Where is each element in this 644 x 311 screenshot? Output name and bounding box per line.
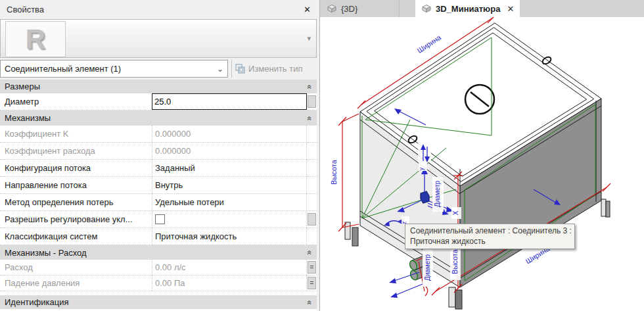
edit-type-icon xyxy=(235,64,245,74)
chevron-down-icon: ▾ xyxy=(307,34,311,43)
section-header-mechanical[interactable]: Механизмы « xyxy=(0,110,317,126)
associate-param-button[interactable]: = xyxy=(308,261,316,274)
associate-param-button[interactable] xyxy=(308,95,316,108)
label-height-mid: Высота xyxy=(451,249,459,274)
collapse-icon: « xyxy=(306,84,315,89)
property-row-pressure-drop: Падение давления 0.00 Па = xyxy=(0,275,317,291)
checkbox[interactable] xyxy=(155,214,165,224)
property-row-flow: Расход 0.00 л/с = xyxy=(0,260,317,275)
chevron-down-icon: ⌄ xyxy=(217,64,223,74)
tab-3d-miniature[interactable]: 3D_Миниатюра ✕ xyxy=(415,0,520,17)
type-selector-row: Соединительный элемент (1) ⌄ Изменить ти… xyxy=(0,60,319,78)
revit-window: Свойства ✕ R ▾ Соединительный элемент (1… xyxy=(0,0,644,311)
close-icon[interactable]: ✕ xyxy=(302,5,313,14)
view-cube-icon xyxy=(421,4,432,13)
tab-close-icon[interactable]: ✕ xyxy=(507,4,514,14)
type-selector-value: Соединительный элемент (1) xyxy=(5,64,121,74)
diameter-input[interactable] xyxy=(152,93,307,110)
panel-title: Свойства xyxy=(7,5,44,14)
label-axis-x: X xyxy=(452,210,459,215)
property-row-allow-slope: Разрешить регулирование укл... xyxy=(0,211,317,228)
element-tooltip: Соединительный элемент : Соединитель 3 :… xyxy=(405,224,575,249)
collapse-icon: « xyxy=(306,251,315,255)
view-tabbar: {3D} 3D_Миниатюра ✕ xyxy=(320,0,644,17)
edit-type-button[interactable]: Изменить тип xyxy=(231,60,317,78)
revit-logo: R xyxy=(26,26,45,53)
property-row-flow-direction: Направление потока Внутрь xyxy=(0,177,317,194)
view-cube-icon xyxy=(327,4,337,13)
property-row-flow-coefficient: Коэффициент расхода 0.000000 xyxy=(0,143,317,160)
tab-3d-default[interactable]: {3D} xyxy=(320,0,400,17)
label-height-left: Высота xyxy=(330,159,338,185)
property-row-loss-method: Метод определения потерь Удельные потери xyxy=(0,194,317,211)
property-row-diameter: Диаметр xyxy=(0,93,317,110)
family-thumbnail: R xyxy=(5,21,66,57)
tooltip-line2: Приточная жидкость xyxy=(410,236,570,247)
associate-param-button[interactable] xyxy=(308,213,316,226)
collapse-icon: « xyxy=(306,116,315,120)
3d-drawing: Ширина Высота X Высота Ширина Диаметр Ди… xyxy=(320,17,644,311)
type-selector[interactable]: Соединительный элемент (1) ⌄ xyxy=(0,60,228,78)
label-width-top: Ширина xyxy=(416,33,443,55)
label-axis-y: y xyxy=(418,167,425,170)
panel-titlebar: Свойства ✕ xyxy=(0,0,319,18)
associate-param-button[interactable]: = xyxy=(308,277,316,289)
property-row-system-classification: Классификация систем Приточная жидкость xyxy=(0,228,317,245)
section-header-identity[interactable]: Идентификация « xyxy=(0,295,317,309)
view-area: {3D} 3D_Миниатюра ✕ xyxy=(320,0,644,311)
tooltip-line1: Соединительный элемент : Соединитель 3 : xyxy=(410,226,570,236)
section-header-mechanical-flow[interactable]: Механизмы - Расход « xyxy=(0,245,317,260)
label-diameter-pipe: Диаметр xyxy=(424,254,431,281)
properties-panel: Свойства ✕ R ▾ Соединительный элемент (1… xyxy=(0,0,320,311)
label-diameter-axis: Диаметр xyxy=(434,180,441,207)
3d-canvas[interactable]: Ширина Высота X Высота Ширина Диаметр Ди… xyxy=(320,17,644,311)
property-row-k-coefficient: Коэффициент K 0.000000 xyxy=(0,126,317,143)
edit-type-label: Изменить тип xyxy=(248,64,303,74)
property-grid: Размеры « Диаметр Механизмы « Коэффициен… xyxy=(0,80,317,311)
family-preview-selector[interactable]: R ▾ xyxy=(0,19,317,58)
property-row-flow-configuration: Конфигурация потока Заданный xyxy=(0,160,317,177)
section-header-dimensions[interactable]: Размеры « xyxy=(0,80,317,93)
collapse-icon: « xyxy=(306,300,315,304)
